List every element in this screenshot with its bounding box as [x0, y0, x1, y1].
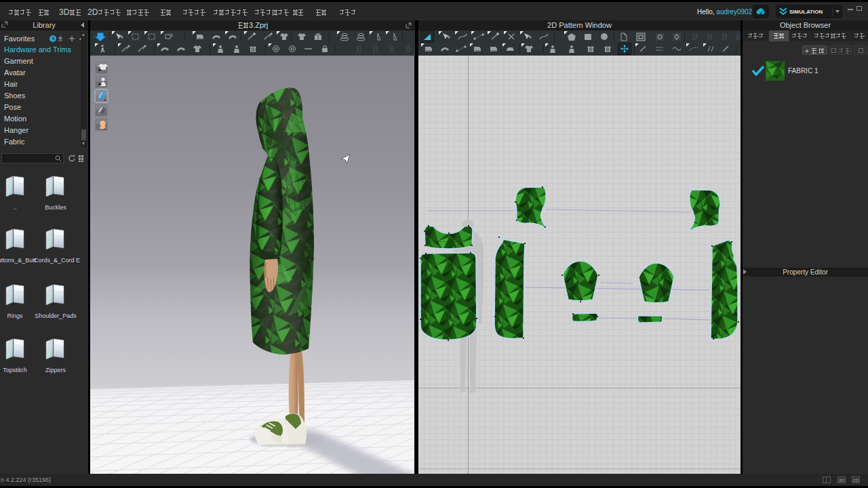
- svg-text:Buttons_&_Butt: Buttons_&_Butt: [0, 257, 37, 264]
- svg-text:Topstitch: Topstitch: [3, 367, 27, 373]
- svg-text:Shoulder_Pads: Shoulder_Pads: [35, 312, 77, 319]
- svg-text:..: ..: [13, 204, 16, 211]
- svg-text:Zippers: Zippers: [45, 367, 66, 373]
- svg-text:Rings: Rings: [7, 312, 23, 319]
- svg-text:Buckles: Buckles: [45, 204, 66, 211]
- svg-text:Cords_&_Cord E: Cords_&_Cord E: [34, 257, 80, 264]
